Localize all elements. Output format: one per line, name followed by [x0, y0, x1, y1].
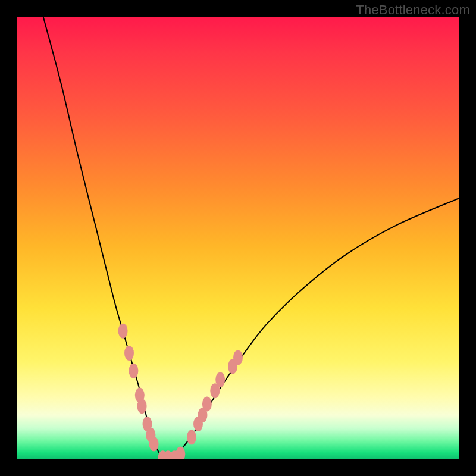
- data-marker: [215, 372, 225, 387]
- data-marker: [124, 346, 134, 361]
- watermark-text: TheBottleneck.com: [356, 2, 470, 18]
- data-marker: [202, 397, 212, 412]
- data-marker: [137, 399, 147, 414]
- bottleneck-curve: [43, 17, 459, 459]
- data-marker: [129, 364, 138, 378]
- data-marker: [187, 430, 196, 444]
- data-marker: [149, 437, 159, 452]
- chart-svg: [17, 17, 459, 459]
- data-markers: [118, 324, 243, 459]
- data-marker: [233, 350, 243, 365]
- chart-frame: [17, 17, 459, 459]
- data-marker: [176, 447, 185, 459]
- data-marker: [118, 324, 128, 339]
